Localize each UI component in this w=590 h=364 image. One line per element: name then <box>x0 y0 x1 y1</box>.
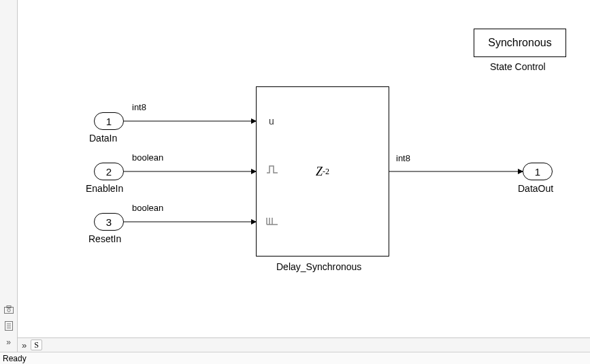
delay-block-label: Delay_Synchronous <box>276 261 361 272</box>
inport-enablein-number: 2 <box>106 166 112 178</box>
sigtype-enablein: boolean <box>132 152 163 163</box>
outport-dataout[interactable]: 1 <box>523 163 553 180</box>
inport-enablein[interactable]: 2 <box>94 163 124 180</box>
status-text: Ready <box>3 354 27 363</box>
model-canvas[interactable]: 1 DataIn int8 2 EnableIn boolean 3 Reset… <box>18 0 590 337</box>
delay-synchronous-block[interactable]: u Z-2 <box>256 86 389 257</box>
inport-resetin[interactable]: 3 <box>94 213 124 231</box>
sigtype-datain: int8 <box>132 102 146 112</box>
sigtype-out: int8 <box>396 153 410 163</box>
inport-datain-number: 1 <box>106 116 112 127</box>
svg-point-2 <box>7 309 10 312</box>
inport-datain-label: DataIn <box>89 133 117 144</box>
delay-z-exp: -2 <box>323 167 329 177</box>
state-control-label: State Control <box>490 61 546 72</box>
delay-z-base: Z <box>316 165 323 179</box>
inport-resetin-label: ResetIn <box>88 233 121 244</box>
bottom-chip-s[interactable]: S <box>31 340 42 350</box>
inport-datain[interactable]: 1 <box>94 112 124 130</box>
left-sidebar: » <box>0 0 18 354</box>
inport-resetin-number: 3 <box>106 216 112 228</box>
state-control-block[interactable]: Synchronous <box>474 29 566 57</box>
inport-enablein-label: EnableIn <box>86 183 123 194</box>
state-control-text: Synchronous <box>488 37 551 49</box>
delay-center-expression: Z-2 <box>257 87 389 256</box>
outport-dataout-number: 1 <box>535 166 540 178</box>
expand-icon[interactable]: » <box>3 336 15 348</box>
expand-bottom-icon[interactable]: » <box>22 340 27 350</box>
bottom-toolbar: » S <box>18 337 590 352</box>
snapshot-icon[interactable] <box>3 303 15 316</box>
status-bar: Ready <box>0 352 590 364</box>
sheet-icon[interactable] <box>3 320 15 332</box>
sigtype-resetin: boolean <box>132 203 163 213</box>
outport-dataout-label: DataOut <box>518 183 553 194</box>
